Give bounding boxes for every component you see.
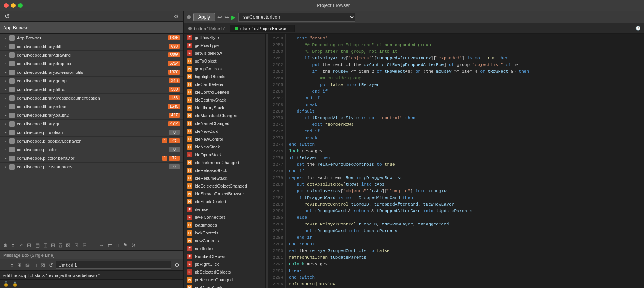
list-item[interactable]: ▸com.livecode.library.oauth2427 — [0, 111, 183, 120]
toolbar-btn-11[interactable]: ⊟ — [81, 241, 88, 249]
toolbar-btn-9[interactable]: ⊠ — [65, 241, 72, 249]
msg-btn-1[interactable]: − — [2, 261, 8, 269]
toolbar-row: ⊕ ≡ ↗ ⊞ ▤ ⌶ ⊞ ⌼ ⊠ ⊡ ⊟ ⊢ ↔ ⇄ □ ⚑ ✕ — [0, 240, 183, 250]
toolbar-btn-5[interactable]: ▤ — [34, 241, 41, 249]
handler-item[interactable]: HideNameChanged — [184, 120, 265, 127]
handler-item[interactable]: HnewControls — [184, 237, 265, 245]
list-item[interactable]: ▸com.livecode.pi.color.behavior172 — [0, 154, 183, 163]
minimize-button[interactable] — [11, 3, 16, 8]
handler-item[interactable]: HideResumeStack — [184, 174, 265, 182]
handler-item[interactable]: HideDestroyStack — [184, 96, 265, 104]
toolbar-btn-12[interactable]: ⊢ — [90, 241, 96, 249]
redo-button[interactable]: ↪ — [224, 14, 229, 20]
toolbar-btn-10[interactable]: ⊡ — [73, 241, 80, 249]
handler-item[interactable]: HideNewStack — [184, 143, 265, 151]
project-list: ▸App Browser1335▸com.livecode.library.di… — [0, 34, 183, 240]
code-content[interactable]: case "group" ## Depending on "drop zone"… — [286, 34, 644, 288]
item-name: com.livecode.library.extension-utils — [17, 70, 168, 75]
handler-item[interactable]: HgoToObject — [184, 57, 265, 65]
handler-item[interactable]: HideReleaseStack — [184, 166, 265, 174]
toolbar-btn-16[interactable]: ⚑ — [122, 241, 129, 249]
handler-item[interactable]: FnextIndex — [184, 245, 265, 252]
handler-item[interactable]: Fitemise — [184, 206, 265, 213]
maximize-button[interactable] — [18, 3, 23, 8]
item-name: com.livecode.library.messageauthenticati… — [17, 96, 169, 100]
list-item[interactable]: ▸com.livecode.library.mime1545 — [0, 102, 183, 111]
toolbar-btn-6[interactable]: ⌶ — [43, 241, 48, 249]
lock-icon: 🔒 — [12, 281, 18, 287]
handler-item[interactable]: HpreferenceChanged — [184, 276, 265, 284]
handler-item[interactable]: HideSelectedObjectChanged — [184, 182, 265, 190]
run-button[interactable]: ▶ — [231, 14, 236, 20]
handler-item[interactable]: FgetRowStyle — [184, 34, 265, 41]
tab-revproject[interactable]: stack 'revProjectBrowse... — [230, 25, 295, 32]
toolbar-btn-4[interactable]: ⊞ — [26, 241, 32, 249]
list-item[interactable]: ▸com.livecode.pi.boolean0 — [0, 128, 183, 137]
list-item[interactable]: ▸com.livecode.pi.boolean.behavior147 — [0, 137, 183, 145]
expand-icon: ▸ — [3, 79, 8, 83]
toolbar-btn-15[interactable]: □ — [115, 241, 120, 249]
tab-clock: 🕐 — [632, 26, 644, 31]
toolbar-btn-13[interactable]: ↔ — [98, 241, 105, 249]
handler-item[interactable]: HideNewCard — [184, 127, 265, 135]
settings-button[interactable]: ⚙ — [172, 13, 180, 20]
toolbar-btn-17[interactable]: ✕ — [130, 241, 137, 249]
list-item[interactable]: ▸com.livecode.library.diff698 — [0, 42, 183, 51]
toolbar-btn-2[interactable]: ≡ — [11, 241, 16, 249]
toolbar-btn-7[interactable]: ⊞ — [50, 241, 56, 249]
list-item[interactable]: ▸com.livecode.library.httpd500 — [0, 85, 183, 94]
handler-item[interactable]: FpbSelectedObjects — [184, 268, 265, 276]
handler-item[interactable]: FNumberOfRows — [184, 252, 265, 260]
handler-item[interactable]: HideControlDeleted — [184, 88, 265, 96]
msg-btn-7[interactable]: ↺ — [48, 261, 54, 269]
toolbar-btn-1[interactable]: ⊕ — [2, 241, 9, 249]
handler-item[interactable]: FgetRowType — [184, 41, 265, 49]
msg-btn-4[interactable]: ✉ — [24, 261, 31, 269]
script-name-select[interactable]: setConnectorIcon — [238, 13, 355, 22]
msg-btn-5[interactable]: □ — [32, 261, 38, 269]
handler-item[interactable]: HideNewControl — [184, 135, 265, 143]
msg-btn-3[interactable]: ⊞ — [16, 261, 23, 269]
left-panel-header: ↺ ⚙ — [0, 11, 183, 22]
toolbar-btn-8[interactable]: ⌼ — [58, 241, 63, 249]
list-item[interactable]: ▸App Browser1335 — [0, 34, 183, 42]
handler-item[interactable]: HideShowInProjectBrowser — [184, 190, 265, 198]
list-item[interactable]: ▸com.livecode.library.getopt346 — [0, 77, 183, 85]
apply-button[interactable]: Apply — [193, 13, 215, 21]
msg-btn-6[interactable]: ⊠ — [39, 261, 46, 269]
toolbar-btn-14[interactable]: ⇄ — [107, 241, 113, 249]
handler-item[interactable]: HideLibraryStack — [184, 104, 265, 112]
item-count: 1828 — [168, 70, 180, 75]
list-item[interactable]: ▸com.livecode.pi.customprops0 — [0, 163, 183, 171]
handler-item[interactable]: HlockControls — [184, 229, 265, 237]
list-item[interactable]: ▸com.livecode.library.drawing3356 — [0, 51, 183, 59]
list-item[interactable]: ▸com.livecode.library.extension-utils182… — [0, 68, 183, 77]
list-item[interactable]: ▸com.livecode.library.messageauthenticat… — [0, 94, 183, 102]
message-input[interactable] — [56, 261, 171, 269]
handler-item[interactable]: FlevelConnectors — [184, 213, 265, 221]
undo-button[interactable]: ↩ — [217, 14, 222, 20]
handler-item[interactable]: HideCardDeleted — [184, 80, 265, 88]
tabs-row: button "Refresh" stack 'revProjectBrowse… — [184, 23, 644, 34]
handler-item[interactable]: FgetVisibleRow — [184, 49, 265, 57]
handler-item[interactable]: HidePreferenceChanged — [184, 159, 265, 166]
handler-item[interactable]: HloadImages — [184, 221, 265, 229]
refresh-button[interactable]: ↺ — [3, 13, 11, 20]
handler-item[interactable]: HhighlightObjects — [184, 73, 265, 80]
handler-item[interactable]: HideMainstackChanged — [184, 112, 265, 120]
list-item[interactable]: ▸com.livecode.library.dropbox5754 — [0, 59, 183, 68]
list-item[interactable]: ▸com.livecode.pi.color0 — [0, 145, 183, 154]
message-box-area: Message Box (Single Line) − ≡ ⊞ ✉ □ ⊠ ↺ … — [0, 250, 183, 271]
tab-refresh[interactable]: button "Refresh" — [184, 25, 230, 32]
close-button[interactable] — [4, 3, 9, 8]
handler-item[interactable]: HideStackDeleted — [184, 198, 265, 206]
handler-item[interactable]: HgroupControls — [184, 65, 265, 73]
msg-btn-2[interactable]: ≡ — [9, 261, 15, 269]
file-icon — [9, 121, 15, 127]
handler-item[interactable]: FideOpenStack — [184, 151, 265, 159]
handler-item[interactable]: FpbRightClick — [184, 260, 265, 268]
handler-item[interactable]: HpreOpenStack — [184, 284, 265, 288]
list-item[interactable]: ▸com.livecode.library.qr2514 — [0, 120, 183, 128]
toolbar-btn-3[interactable]: ↗ — [18, 241, 24, 249]
msg-settings[interactable]: ⚙ — [173, 262, 181, 268]
